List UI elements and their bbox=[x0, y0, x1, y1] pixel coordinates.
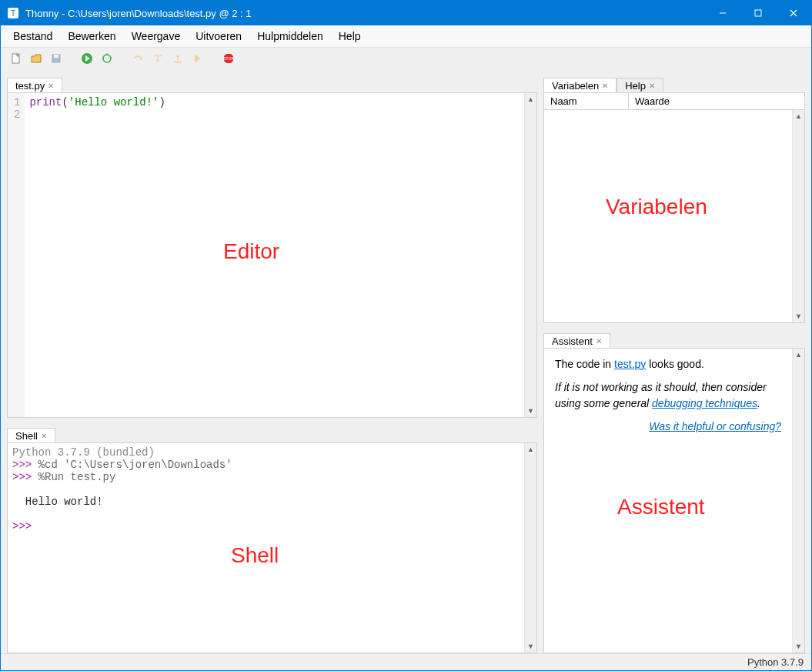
tab-shell[interactable]: Shell ✕ bbox=[7, 428, 55, 443]
menu-help[interactable]: Help bbox=[331, 27, 369, 45]
svg-rect-3 bbox=[755, 10, 761, 16]
feedback-link[interactable]: Was it helpful or confusing? bbox=[649, 420, 781, 432]
assistant-body: The code in test.py looks good. If it is… bbox=[544, 349, 792, 653]
save-file-icon[interactable] bbox=[48, 51, 64, 66]
svg-marker-8 bbox=[32, 55, 41, 62]
editor-scrollbar[interactable]: ▲ ▼ bbox=[524, 93, 536, 417]
tab-help[interactable]: Help ✕ bbox=[617, 78, 663, 93]
line-number: 1 bbox=[14, 96, 20, 108]
tab-editor-file[interactable]: test.py ✕ bbox=[7, 78, 62, 93]
tab-variabelen[interactable]: Variabelen ✕ bbox=[543, 78, 617, 93]
variables-header: Naam Waarde bbox=[544, 93, 804, 110]
shell-prompt: >>> bbox=[12, 520, 38, 532]
assistant-para1: The code in test.py looks good. bbox=[555, 356, 781, 372]
text: The code in bbox=[555, 358, 614, 370]
variables-body bbox=[544, 110, 792, 322]
scroll-up-icon[interactable]: ▲ bbox=[793, 349, 804, 361]
step-into-icon[interactable] bbox=[150, 51, 165, 66]
shell-version: Python 3.7.9 (bundled) bbox=[12, 446, 155, 459]
line-gutter: 1 2 bbox=[8, 93, 25, 417]
menu-hulpmiddelen[interactable]: Hulpmiddelen bbox=[249, 27, 331, 45]
shell-scrollbar[interactable]: ▲ ▼ bbox=[524, 443, 536, 653]
menu-bewerken[interactable]: Bewerken bbox=[60, 27, 123, 45]
tab-label: test.py bbox=[15, 80, 45, 92]
code-string: 'Hello world!' bbox=[69, 96, 159, 108]
maximize-button[interactable] bbox=[740, 1, 776, 25]
window-titlebar: T Thonny - C:\Users\joren\Downloads\test… bbox=[1, 1, 811, 25]
status-python-version[interactable]: Python 3.7.9 bbox=[747, 656, 804, 668]
svg-marker-17 bbox=[140, 58, 142, 61]
text: . bbox=[757, 397, 760, 409]
minimize-button[interactable] bbox=[705, 1, 740, 25]
scroll-down-icon[interactable]: ▼ bbox=[525, 640, 536, 653]
variables-scrollbar[interactable]: ▲ ▼ bbox=[792, 110, 804, 322]
close-icon[interactable]: ✕ bbox=[602, 82, 608, 90]
menubar: Bestand Bewerken Weergave Uitvoeren Hulp… bbox=[1, 25, 811, 48]
shell-output: Hello world! bbox=[12, 496, 103, 508]
scroll-down-icon[interactable]: ▼ bbox=[525, 405, 536, 417]
step-out-icon[interactable] bbox=[170, 51, 185, 66]
step-over-icon[interactable] bbox=[130, 51, 145, 66]
tab-label: Shell bbox=[15, 430, 38, 442]
shell-cd: %cd 'C:\Users\joren\Downloads' bbox=[38, 459, 232, 471]
line-number: 2 bbox=[14, 108, 20, 121]
assistant-feedback: Was it helpful or confusing? bbox=[555, 419, 781, 434]
scroll-down-icon[interactable]: ▼ bbox=[793, 640, 804, 653]
scroll-up-icon[interactable]: ▲ bbox=[793, 110, 804, 122]
app-icon: T bbox=[7, 7, 19, 19]
shell-area[interactable]: Python 3.7.9 (bundled) >>> %cd 'C:\Users… bbox=[8, 443, 524, 653]
tab-label: Assistent bbox=[552, 336, 593, 347]
svg-text:T: T bbox=[11, 9, 15, 18]
close-button[interactable] bbox=[776, 1, 811, 25]
assistant-para2: If it is not working as it should, then … bbox=[555, 379, 781, 411]
shell-run: %Run test.py bbox=[38, 471, 116, 483]
tab-label: Variabelen bbox=[552, 80, 599, 92]
svg-marker-19 bbox=[156, 60, 159, 62]
close-icon[interactable]: ✕ bbox=[48, 82, 54, 90]
code-paren: ( bbox=[62, 96, 68, 108]
close-icon[interactable]: ✕ bbox=[649, 82, 655, 90]
svg-point-13 bbox=[103, 55, 111, 62]
scroll-up-icon[interactable]: ▲ bbox=[525, 93, 536, 105]
svg-marker-22 bbox=[195, 55, 201, 62]
text: looks good. bbox=[646, 358, 704, 370]
tab-label: Help bbox=[625, 80, 646, 92]
svg-rect-10 bbox=[54, 55, 58, 58]
svg-text:STOP: STOP bbox=[223, 56, 234, 61]
run-icon[interactable] bbox=[79, 51, 95, 66]
shell-prompt: >>> bbox=[12, 459, 38, 471]
code-editor[interactable]: 1 2 print('Hello world!') bbox=[8, 93, 524, 417]
code-paren: ) bbox=[159, 96, 165, 108]
code-function: print bbox=[29, 96, 62, 108]
menu-bestand[interactable]: Bestand bbox=[5, 27, 60, 45]
assistant-file-link[interactable]: test.py bbox=[614, 358, 646, 370]
window-title: Thonny - C:\Users\joren\Downloads\test.p… bbox=[25, 8, 705, 19]
svg-marker-21 bbox=[176, 55, 179, 57]
resume-icon[interactable] bbox=[190, 51, 206, 66]
open-file-icon[interactable] bbox=[28, 51, 44, 66]
debugging-link[interactable]: debugging techniques bbox=[652, 397, 757, 409]
code-area[interactable]: print('Hello world!') bbox=[25, 93, 524, 417]
scroll-down-icon[interactable]: ▼ bbox=[793, 310, 804, 322]
debug-icon[interactable] bbox=[99, 51, 115, 66]
scroll-up-icon[interactable]: ▲ bbox=[525, 443, 536, 456]
menu-weergave[interactable]: Weergave bbox=[124, 27, 189, 45]
tab-assistent[interactable]: Assistent ✕ bbox=[543, 333, 610, 349]
menu-uitvoeren[interactable]: Uitvoeren bbox=[188, 27, 249, 45]
close-icon[interactable]: ✕ bbox=[41, 432, 47, 440]
toolbar: STOP bbox=[1, 48, 811, 69]
col-waarde[interactable]: Waarde bbox=[629, 93, 804, 109]
statusbar: Python 3.7.9 bbox=[1, 653, 811, 670]
new-file-icon[interactable] bbox=[8, 51, 24, 66]
stop-icon[interactable]: STOP bbox=[221, 51, 236, 66]
shell-prompt: >>> bbox=[12, 471, 38, 483]
col-naam[interactable]: Naam bbox=[544, 93, 629, 109]
close-icon[interactable]: ✕ bbox=[596, 337, 602, 346]
assistant-scrollbar[interactable]: ▲ ▼ bbox=[792, 349, 804, 653]
